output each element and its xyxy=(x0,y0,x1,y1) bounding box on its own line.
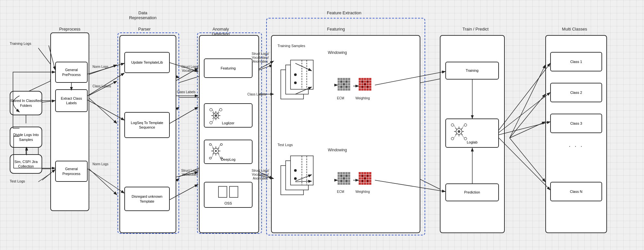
prediction-box: Prediction xyxy=(445,183,499,201)
extract-class-labels-label: Extract Class Labels xyxy=(56,96,87,106)
struct-logs-anomalies-bottom-label: Struct Logs/Vocabulary/Anomalies xyxy=(247,169,273,181)
class-3-label: Class 3 xyxy=(570,121,582,126)
class-2-box: Class 2 xyxy=(550,83,602,102)
oss-box: OSS xyxy=(204,182,253,208)
svg-line-102 xyxy=(454,125,457,130)
deeplog-label: DeepLog xyxy=(204,157,252,162)
deeplog-box: DeepLog xyxy=(204,140,253,164)
extract-class-labels-box: Extract Class Labels xyxy=(55,89,88,112)
main-canvas: Preprocess DataRepresenation Parser Anom… xyxy=(0,0,644,250)
train-predict-label: Train / Predict xyxy=(451,27,500,31)
svg-point-50 xyxy=(210,108,212,111)
loglab-box: Loglab xyxy=(445,119,499,148)
preprocess-label: Preprocess xyxy=(49,27,91,31)
prediction-label: Prediction xyxy=(464,190,480,194)
svg-line-137 xyxy=(499,93,550,132)
norm-logs-top-label: Norm Logs xyxy=(93,65,108,69)
svg-point-86 xyxy=(294,169,297,172)
svg-line-46 xyxy=(213,112,214,114)
svg-line-71 xyxy=(218,144,220,149)
class-labels-arrow-label: Class Labels xyxy=(93,84,111,88)
svg-point-87 xyxy=(294,177,297,180)
logseq-template-seq-box: LogSeq To Template Sequence xyxy=(124,112,170,138)
loglizer-label: Loglizer xyxy=(204,121,252,125)
windowing-bottom-visual xyxy=(278,153,329,200)
svg-point-98 xyxy=(451,124,454,126)
weighting-top-label: Weighting xyxy=(355,96,370,100)
class-dots: · · · xyxy=(550,143,602,150)
stored-classified-folders-box: Stored In Classified Folders xyxy=(10,91,42,115)
weighting-top-grid xyxy=(359,78,374,94)
general-preprocess-1-label: General PreProcess xyxy=(56,68,87,77)
svg-point-89 xyxy=(458,130,460,133)
disregard-unknown-template-box: Disregard unknown Template xyxy=(124,187,170,211)
svg-line-16 xyxy=(88,97,117,123)
class-labels-middle-label: Class Labels xyxy=(247,93,266,96)
svg-line-139 xyxy=(499,138,550,190)
oss-label: OSS xyxy=(204,201,252,206)
loglizer-box: Loglizer xyxy=(204,103,253,128)
divide-logs-label: Divide Logs Into Samples xyxy=(10,132,42,142)
svg-line-35 xyxy=(510,94,545,138)
svg-point-79 xyxy=(294,73,297,76)
svg-line-10 xyxy=(88,81,117,96)
featuring-inner-label: Featuring xyxy=(221,66,236,70)
class-n-label: Class N xyxy=(570,189,583,194)
svg-line-47 xyxy=(218,118,219,119)
class-3-box: Class 3 xyxy=(550,114,602,133)
loglab-label: Loglab xyxy=(446,140,498,144)
class-n-box: Class N xyxy=(550,182,602,201)
class-1-label: Class 1 xyxy=(570,59,582,64)
svg-point-41 xyxy=(215,114,217,117)
class-2-label: Class 2 xyxy=(570,90,582,95)
svg-line-48 xyxy=(218,112,219,114)
training-logs-label: Training Logs xyxy=(10,42,31,45)
svg-line-34 xyxy=(510,65,545,138)
disregard-unknown-template-label: Disregard unknown Template xyxy=(125,194,169,204)
sim-csp-jira-box: Sim, CSP/ Jira Collection xyxy=(10,154,42,174)
svg-line-11 xyxy=(88,168,117,195)
weighting-bottom-grid xyxy=(359,172,374,188)
svg-point-57 xyxy=(215,150,217,152)
struct-logs-vocab-bottom-label: Struct Logs/Vocabulary xyxy=(177,169,203,177)
parser-label: Parser xyxy=(127,27,162,31)
svg-line-104 xyxy=(454,134,457,138)
svg-line-103 xyxy=(461,125,464,130)
svg-line-105 xyxy=(461,134,464,138)
general-preprocess-1-box: General PreProcess xyxy=(55,62,88,83)
feature-extraction-label: Feature Extraction xyxy=(273,10,415,15)
ecm-top-grid xyxy=(338,78,353,94)
ecm-top-label: ECM xyxy=(337,96,344,100)
general-preprocess-2-label: General Preprocess xyxy=(56,167,87,176)
divide-logs-box: Divide Logs Into Samples xyxy=(10,127,42,148)
training-samples-label: Training Samples xyxy=(278,44,305,48)
weighting-bottom-label: Weighting xyxy=(355,190,370,194)
svg-point-66 xyxy=(209,144,211,145)
update-template-lib-box: Update TemplateLib xyxy=(124,52,170,73)
logseq-template-seq-label: LogSeq To Template Sequence xyxy=(125,120,169,130)
featuring-inner-box: Featuring xyxy=(204,58,253,78)
class-labels-parser-label: Class Labels xyxy=(177,90,195,94)
data-representation-label: DataRepresenation xyxy=(122,10,164,20)
svg-line-49 xyxy=(213,118,214,119)
general-preprocess-2-box: General Preprocess xyxy=(55,161,88,182)
test-logs-input-label: Test Logs xyxy=(10,179,25,183)
windowing-top-visual xyxy=(278,57,329,104)
svg-line-70 xyxy=(211,144,214,149)
svg-line-136 xyxy=(499,63,550,130)
test-logs-featuring-label: Test Logs xyxy=(278,143,293,147)
sim-csp-jira-label: Sim, CSP/ Jira Collection xyxy=(10,159,42,169)
svg-point-67 xyxy=(220,144,222,145)
ecm-bottom-grid xyxy=(338,172,353,188)
training-box: Training xyxy=(445,62,499,80)
svg-line-37 xyxy=(510,138,545,182)
update-template-lib-label: Update TemplateLib xyxy=(131,60,163,65)
svg-line-138 xyxy=(499,122,550,135)
struct-logs-vocab-top-label: Struct Logs/Vocabulary xyxy=(177,65,203,73)
ecm-bottom-label: ECM xyxy=(337,190,344,194)
svg-point-99 xyxy=(464,124,467,126)
struct-logs-anomalies-top-label: Struct Logs/Vocabulary/Anomalies xyxy=(247,52,273,64)
svg-point-51 xyxy=(219,108,222,111)
svg-line-36 xyxy=(510,122,545,138)
windowing-bottom-label: Windowing xyxy=(328,148,347,152)
